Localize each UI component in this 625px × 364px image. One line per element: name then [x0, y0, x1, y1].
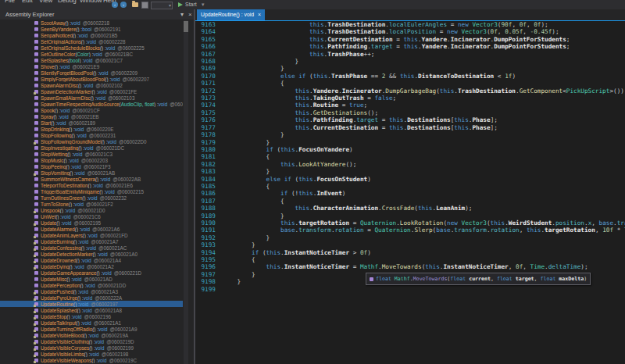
code-token: {	[280, 80, 284, 87]
code-token: target	[371, 43, 393, 50]
method-item[interactable]: SetOriginalScheduleBlocks() : void@06002…	[0, 45, 183, 51]
method-icon	[34, 121, 38, 125]
method-item[interactable]: StopVomiting() : void@060021AB	[0, 170, 183, 176]
method-item[interactable]: UpdatePyroUrge() : void@0600222A	[0, 294, 183, 301]
menu-window[interactable]: Window	[80, 0, 102, 4]
method-return-type: void	[94, 183, 103, 188]
method-address: @06002215	[117, 189, 144, 194]
panel-close-icon[interactable]: ×	[188, 10, 192, 19]
method-item[interactable]: UpdateSplashed() : void@060021A8	[0, 307, 183, 313]
method-item[interactable]: SpawnAlarmDisc() : void@06002102	[0, 82, 183, 88]
code-token: TrashDestination	[458, 87, 516, 95]
method-tree[interactable]: ScootAway() : void@06002218SeenByYandere…	[0, 20, 183, 364]
method-item[interactable]: UpdateStop() : void@06002196	[0, 313, 183, 319]
method-item[interactable]: SilentlyForgetBloodPool() : void@0600220…	[0, 70, 183, 76]
start-debug-icon[interactable]	[178, 2, 183, 7]
method-item[interactable]: UpdateAlarmed() : void@060021A6	[0, 226, 183, 232]
method-item[interactable]: UpdateDetectionMarker() : void@060021A0	[0, 251, 183, 257]
method-item[interactable]: UpdateTurningOffRadio() : void@060021A9	[0, 326, 183, 332]
method-return-type: void	[88, 245, 97, 251]
method-item[interactable]: UpdatePerception() : void@060021DD	[0, 282, 183, 288]
code-token: new	[447, 28, 458, 35]
method-address: @06002231	[89, 133, 116, 138]
method-item[interactable]: UpdateMisc() : void@060021AD	[0, 276, 183, 282]
method-item[interactable]: Unspook() : void@060021D0	[0, 207, 183, 213]
method-item[interactable]: Spook() : void@060021CF	[0, 107, 183, 113]
tab-updateroutine[interactable]: UpdateRoutine() : void×	[197, 9, 265, 20]
method-item[interactable]: SeenByYandere() : bool@06002191	[0, 26, 183, 32]
method-item[interactable]: StopDrinking() : void@0600220E	[0, 126, 183, 132]
tab-close-icon[interactable]: ×	[258, 12, 261, 17]
nav-forward-icon[interactable]: ›	[120, 2, 127, 8]
method-item[interactable]: StopMusic() : void@06002203	[0, 157, 183, 163]
debug-options-icon[interactable]: ▾	[202, 2, 205, 8]
code-token: target	[356, 116, 378, 123]
method-item[interactable]: Start() : void@06002189	[0, 120, 183, 126]
method-icon	[34, 21, 38, 25]
nav-back-icon[interactable]: ‹	[112, 2, 118, 8]
method-item[interactable]: SimplyForgetAboutBloodPool() : void@0600…	[0, 76, 183, 82]
method-item[interactable]: SpawnSmallAlarmDisc() : void@06002103	[0, 95, 183, 101]
method-item[interactable]: UpdateDying() : void@060021A2	[0, 263, 183, 269]
scrollbar-thumb[interactable]	[184, 21, 188, 32]
save-module-icon[interactable]	[141, 2, 148, 9]
method-item[interactable]: TurnToStone() : void@060021F2	[0, 201, 183, 207]
method-item[interactable]: ScootAway() : void@06002218	[0, 20, 183, 26]
code-token: this	[454, 116, 469, 123]
start-button-label[interactable]: Start	[185, 2, 197, 7]
method-item[interactable]: SetOutlineColor(Color) : void@060021BC	[0, 51, 183, 57]
method-item[interactable]: SpawnDetectionMarker() : void@060021FE	[0, 88, 183, 95]
code-token: }	[238, 278, 241, 285]
method-item[interactable]: StopPeeing() : void@060021F3	[0, 163, 183, 170]
method-item[interactable]: StopWetting() : void@060021C3	[0, 151, 183, 157]
method-icon	[34, 146, 38, 150]
code-token: if	[266, 146, 273, 153]
method-item[interactable]: UpdateTalkInput() : void@060021A1	[0, 319, 183, 326]
method-item[interactable]: StopFollowing() : void@06002231	[0, 132, 183, 138]
method-item[interactable]: UpdateVisibleCorpses() : void@06002199	[0, 344, 183, 351]
method-item[interactable]: Update() : void@06002195	[0, 219, 183, 226]
method-address: @06002207	[123, 77, 149, 82]
menu-file[interactable]: File	[5, 0, 15, 4]
method-item[interactable]: UpdateConfessing() : void@060021AC	[0, 244, 183, 251]
method-item[interactable]: Spray() : void@060021EB	[0, 113, 183, 120]
method-item[interactable]: StopInvestigating() : void@060021DC	[0, 145, 183, 151]
method-icon	[34, 240, 38, 244]
method-item[interactable]: UpdateVisibleWeapons() : void@0600219C	[0, 357, 183, 363]
method-item[interactable]: TurnOutlinesGreen() : void@06002232	[0, 194, 183, 201]
method-item[interactable]: SpawnTimeRespectingAudioSource(AudioClip…	[0, 101, 183, 107]
method-item[interactable]: UpdateVisibleBlood() : void@0600219A	[0, 332, 183, 338]
method-item[interactable]: UpdatePushed() : void@060021A3	[0, 288, 183, 294]
menu-debug[interactable]: Debug	[58, 0, 77, 4]
method-icon	[34, 227, 38, 231]
method-item[interactable]: SetSplashes(bool) : void@060021C7	[0, 57, 183, 63]
method-item[interactable]: UpdateVisibleLimbs() : void@06002198	[0, 351, 183, 357]
method-item[interactable]: SetOriginalActions() : void@06002228	[0, 38, 183, 45]
method-item[interactable]: UpdateAnimLayers() : void@060021FD	[0, 232, 183, 238]
method-item[interactable]: TriggerBoatEmilyMinigame() : void@060022…	[0, 188, 183, 194]
method-item[interactable]: SenpaiNoticed() : void@060021B5	[0, 32, 183, 38]
method-item[interactable]: UpdateDrowned() : void@060021A4	[0, 257, 183, 263]
method-item[interactable]: TeleportToDestination() : void@060021E6	[0, 182, 183, 188]
method-item[interactable]: StopFollowingGroundModel() : void@060022…	[0, 138, 183, 145]
line-number: 9180	[195, 146, 216, 153]
method-item[interactable]: UpdateVisibleClothing() : void@0600219D	[0, 338, 183, 344]
code-token: =	[349, 219, 360, 227]
line-number: 9181	[195, 153, 216, 160]
line-number: 9186	[195, 190, 216, 197]
menu-edit[interactable]: Edit	[22, 0, 33, 4]
method-item[interactable]: UpdateGameAppearance() : void@0600221D	[0, 269, 183, 276]
method-item[interactable]: UnWet() : void@060021C6	[0, 213, 183, 219]
assembly-combobox[interactable]: ▾	[151, 2, 173, 9]
method-item[interactable]: SummonWitnessCamera() : void@060022AB	[0, 176, 183, 182]
code-editor[interactable]: 9163 this.TrashDestination.localEulerAng…	[195, 21, 625, 364]
code-token: *	[613, 227, 624, 234]
panel-menu-icon[interactable]: ▾	[180, 10, 184, 19]
method-item[interactable]: UpdateBurning() : void@060021A7	[0, 238, 183, 244]
menu-view[interactable]: View	[39, 0, 52, 4]
method-address: @060021BC	[105, 52, 133, 57]
method-item[interactable]: Shove() : void@060021E9	[0, 63, 183, 70]
open-folder-icon[interactable]	[132, 2, 138, 7]
explorer-scrollbar[interactable]	[184, 20, 188, 364]
method-item[interactable]: UpdateRoutine() : void@06002197	[0, 301, 183, 307]
